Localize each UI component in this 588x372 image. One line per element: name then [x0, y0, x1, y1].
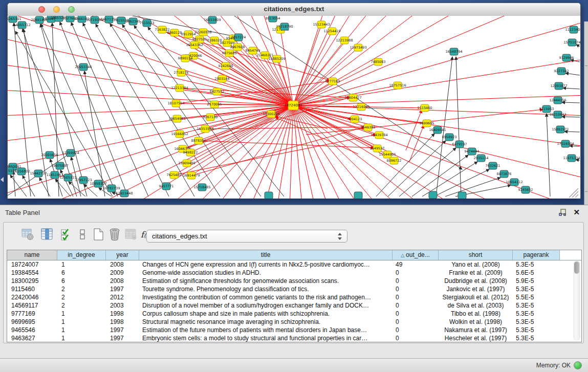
table-cell[interactable]: 5.3E-5: [513, 301, 560, 310]
network-canvas[interactable]: 7163822886012889129542226053898275051654…: [8, 16, 580, 199]
graph-node[interactable]: 11973493: [350, 44, 366, 51]
table-cell[interactable]: 0: [393, 334, 439, 342]
edit-checks-icon[interactable]: [60, 228, 74, 242]
graph-node[interactable]: 17359924: [62, 149, 79, 157]
table-cell[interactable]: 0: [393, 285, 439, 293]
float-panel-icon[interactable]: [559, 209, 567, 216]
graph-node[interactable]: 8860128: [167, 29, 182, 36]
table-cell[interactable]: 5.3E-5: [513, 285, 560, 293]
table-cell[interactable]: Wolkin et al. (1998): [439, 318, 513, 326]
graph-node[interactable]: 7625402: [167, 171, 182, 179]
graph-node[interactable]: 9777169: [325, 78, 340, 85]
table-cell[interactable]: 5.3E-5: [513, 326, 560, 334]
table-cell[interactable]: 0: [393, 326, 439, 334]
table-cell[interactable]: 14569117: [7, 301, 57, 310]
table-row[interactable]: 977716911998Corpus callosum shape and si…: [7, 310, 581, 318]
column-header-name[interactable]: name: [7, 250, 57, 260]
graph-node[interactable]: 9115460: [418, 104, 432, 112]
graph-node[interactable]: 15892971: [552, 126, 569, 133]
graph-node[interactable]: 16914479: [183, 172, 200, 179]
graph-node[interactable]: 16210643: [549, 111, 566, 118]
table-cell[interactable]: de Silva et al. (2003): [439, 301, 513, 310]
table-cell[interactable]: 2009: [106, 269, 139, 277]
graph-node[interactable]: 9245652: [518, 186, 533, 193]
table-cell[interactable]: 2003: [106, 301, 139, 310]
column-header-pagerank[interactable]: pagerank: [513, 250, 560, 260]
graph-node[interactable]: 16543362: [186, 41, 203, 49]
table-cell[interactable]: 5.6E-5: [513, 269, 560, 277]
graph-node[interactable]: [265, 192, 273, 199]
table-cell[interactable]: Nakamura et al. (1997): [439, 326, 513, 334]
table-cell[interactable]: Dudbridge et al. (2008): [439, 277, 513, 285]
graph-node[interactable]: 16548794: [445, 48, 462, 55]
graph-node[interactable]: 8267130: [203, 114, 218, 121]
table-cell[interactable]: 5.5E-5: [513, 293, 560, 301]
graph-node[interactable]: [458, 192, 466, 199]
table-row[interactable]: 911546021997Tourette syndrome. Phenomeno…: [7, 285, 581, 293]
graph-node[interactable]: 14055712: [13, 21, 30, 29]
graph-node[interactable]: [429, 191, 437, 199]
graph-node[interactable]: 10654112: [506, 179, 522, 186]
graph-node[interactable]: 19166852: [171, 130, 188, 138]
table-row[interactable]: 1456911722003Disruption of a novel membe…: [7, 301, 581, 310]
select-columns-icon[interactable]: [40, 228, 55, 242]
table-cell[interactable]: 0: [393, 301, 439, 310]
graph-node[interactable]: 17016504: [557, 140, 574, 147]
graph-node[interactable]: 15718485: [193, 184, 210, 191]
table-cell[interactable]: 9699695: [7, 318, 57, 326]
graph-node[interactable]: 15442737: [30, 170, 47, 177]
table-cell[interactable]: 9115460: [7, 285, 57, 293]
graph-node[interactable]: 16353554: [197, 125, 213, 133]
table-cell[interactable]: Tourette syndrome. Phenomenology and cla…: [139, 285, 393, 293]
table-cell[interactable]: 2: [57, 301, 106, 310]
graph-node[interactable]: 11675334: [563, 155, 580, 162]
graph-node[interactable]: 12505115: [59, 174, 76, 181]
table-cell[interactable]: Yano et al. (2008): [439, 260, 513, 269]
table-cell[interactable]: 0: [393, 293, 439, 301]
table-settings-icon[interactable]: [21, 228, 35, 242]
table-cell[interactable]: 0: [393, 277, 439, 285]
graph-node[interactable]: 19975887: [51, 162, 68, 169]
table-cell[interactable]: 9463627: [7, 334, 57, 342]
table-row[interactable]: 1830029562008Estimation of significance …: [7, 277, 581, 285]
table-cell[interactable]: Tibbo et al. (1998): [439, 310, 513, 318]
resize-grip[interactable]: [575, 194, 578, 198]
table-cell[interactable]: 1: [57, 326, 106, 334]
row-options-icon[interactable]: [76, 228, 91, 242]
table-cell[interactable]: Jankovic et al. (1997): [439, 285, 513, 293]
graph-node[interactable]: 15751074: [563, 39, 580, 46]
graph-node[interactable]: 9457771: [159, 183, 174, 190]
graph-node[interactable]: 9875685: [222, 50, 237, 57]
table-row[interactable]: 969969511998Structural magnetic resonanc…: [7, 318, 581, 326]
table-cell[interactable]: 2: [57, 293, 106, 301]
table-cell[interactable]: Disruption of a novel member of a sodium…: [139, 301, 393, 310]
table-cell[interactable]: 9777169: [7, 310, 57, 318]
table-cell[interactable]: 5.3E-5: [513, 318, 560, 326]
table-cell[interactable]: 6: [57, 277, 106, 285]
table-row[interactable]: 2242004622012Investigating the contribut…: [7, 293, 581, 301]
table-row[interactable]: 1938455462009Genome-wide association stu…: [7, 269, 581, 277]
graph-node[interactable]: 9242848: [219, 62, 233, 70]
table-cell[interactable]: 2012: [106, 293, 139, 301]
table-cell[interactable]: 18724007: [7, 260, 57, 269]
graph-node[interactable]: 9227342: [554, 68, 569, 75]
graph-node[interactable]: 12444156: [549, 97, 566, 104]
table-cell[interactable]: 0: [393, 310, 439, 318]
column-header-short[interactable]: short: [439, 250, 513, 260]
table-cell[interactable]: 2: [57, 285, 106, 293]
table-cell[interactable]: Genome-wide association studies in ADHD.: [139, 269, 393, 277]
table-cell[interactable]: 1: [57, 318, 106, 326]
graph-node[interactable]: 8958923: [442, 134, 457, 141]
table-cell[interactable]: 5.9E-5: [513, 277, 560, 285]
column-header-title[interactable]: title: [139, 250, 393, 260]
table-cell[interactable]: Embryonic stem cells: a model to study s…: [139, 334, 393, 342]
graph-node[interactable]: 9699695: [420, 120, 434, 127]
graph-node[interactable]: 8471676: [497, 170, 512, 178]
network-table-selector[interactable]: citations_edges.txt: [146, 230, 347, 243]
graph-node[interactable]: [354, 192, 362, 199]
graph-node[interactable]: 15123443: [313, 21, 330, 28]
graph-node[interactable]: 15909489: [178, 160, 195, 167]
graph-node[interactable]: 16439784: [371, 132, 387, 139]
graph-node[interactable]: 12093877: [550, 82, 567, 90]
table-cell[interactable]: Corpus callosum shape and size in male p…: [139, 310, 393, 318]
